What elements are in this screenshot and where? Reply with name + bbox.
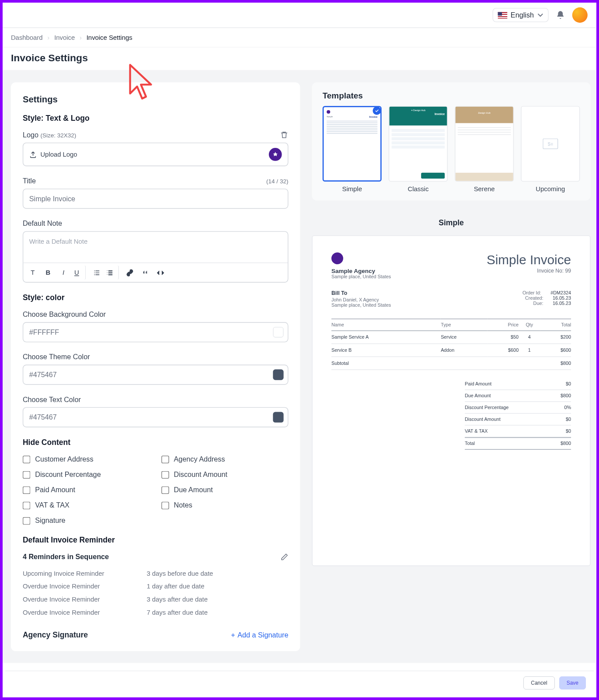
bell-icon[interactable] [556, 10, 565, 20]
logo-label: Logo [23, 131, 38, 139]
bullet-list-button[interactable] [89, 266, 103, 280]
underline-button[interactable]: U [72, 266, 86, 280]
chevron-down-icon [537, 12, 543, 18]
ordered-list-button[interactable] [105, 266, 119, 280]
hide-vat-tax[interactable]: VAT & TAX [23, 501, 150, 509]
chevron-right-icon: › [47, 34, 49, 41]
reminder-heading: Default Invoice Reminder [23, 536, 289, 544]
breadcrumb-current: Invoice Settings [87, 34, 132, 41]
italic-button[interactable]: I [56, 266, 70, 280]
theme-color-swatch[interactable] [273, 369, 283, 380]
hide-customer-address[interactable]: Customer Address [23, 455, 150, 463]
avatar[interactable] [572, 7, 588, 23]
template-upcoming: $≡ Upcoming [521, 106, 580, 192]
templates-heading: Templates [323, 91, 580, 100]
hide-paid-amount[interactable]: Paid Amount [23, 486, 150, 494]
bg-color-swatch[interactable] [273, 327, 283, 337]
add-signature-button[interactable]: + Add a Signature [231, 631, 288, 639]
upload-label: Upload Logo [40, 151, 77, 158]
cursor-annotation-icon [127, 62, 159, 105]
link-button[interactable] [122, 266, 136, 280]
breadcrumb: Dashboard › Invoice › Invoice Settings [3, 28, 596, 48]
plus-icon: + [231, 631, 235, 639]
note-textarea[interactable]: Write a Default Note [23, 232, 288, 262]
reminder-row: Upcoming Invoice Reminder3 days before d… [23, 567, 289, 580]
logo-hint: (Size: 32X32) [40, 132, 76, 139]
bg-color-label: Choose Background Color [23, 310, 106, 318]
language-select[interactable]: English [492, 8, 549, 22]
text-color-input[interactable] [23, 407, 289, 427]
table-row: Sample Service AService$504$200 [331, 331, 571, 344]
template-serene[interactable]: Design Hub Serene [455, 106, 514, 192]
upload-icon [29, 150, 37, 158]
text-color-swatch[interactable] [273, 412, 283, 423]
hide-signature[interactable]: Signature [23, 517, 150, 525]
reminder-row: Overdue Invoice Reminder3 days after due… [23, 593, 289, 606]
note-label: Default Note [23, 219, 62, 228]
invoice-preview: Sample Agency Sample place, United State… [312, 235, 590, 566]
hide-discount-amount[interactable]: Discount Amount [161, 470, 288, 479]
check-icon [373, 107, 381, 115]
save-button[interactable]: Save [559, 676, 586, 690]
theme-color-input[interactable] [23, 365, 289, 385]
reminder-count: 4 Reminders in Sequence [23, 553, 109, 561]
style-color-heading: Style: color [23, 293, 289, 302]
cancel-button[interactable]: Cancel [523, 676, 554, 690]
title-label: Title [23, 177, 36, 185]
bold-button[interactable]: B [41, 266, 55, 280]
breadcrumb-dashboard[interactable]: Dashboard [11, 34, 43, 41]
breadcrumb-invoice[interactable]: Invoice [54, 34, 75, 41]
upload-logo-button[interactable]: Upload Logo [29, 150, 77, 158]
text-color-label: Choose Text Color [23, 396, 81, 404]
title-counter: (14 / 32) [266, 178, 288, 184]
preview-logo-icon [331, 252, 343, 264]
reminder-row: Overdue Invoice Reminder1 day after due … [23, 580, 289, 593]
text-style-button[interactable]: T [26, 266, 40, 280]
hide-due-amount[interactable]: Due Amount [161, 486, 288, 494]
code-button[interactable] [153, 266, 167, 280]
table-row: Service BAddon$6001$600 [331, 344, 571, 357]
reminder-row: Overdue Invoice Reminder7 days after due… [23, 606, 289, 619]
language-label: English [511, 11, 534, 19]
us-flag-icon [498, 12, 507, 18]
template-simple[interactable]: SampleInvoice Simple [323, 106, 382, 192]
hide-content-heading: Hide Content [23, 438, 289, 447]
chevron-right-icon: › [80, 34, 82, 41]
bg-color-input[interactable] [23, 322, 289, 342]
logo-preview [269, 148, 282, 161]
preview-template-name: Simple [312, 218, 590, 227]
hide-discount-percentage[interactable]: Discount Percentage [23, 470, 150, 479]
page-title: Invoice Settings [11, 52, 588, 64]
hide-notes[interactable]: Notes [161, 501, 288, 509]
template-classic[interactable]: ✦ Design HubInvoice Classic [389, 106, 448, 192]
signature-heading: Agency Signature [23, 630, 88, 639]
theme-color-label: Choose Theme Color [23, 353, 90, 361]
style-text-logo-heading: Style: Text & Logo [23, 114, 289, 122]
quote-button[interactable] [138, 266, 152, 280]
placeholder-icon: $≡ [543, 139, 558, 149]
edit-icon[interactable] [281, 553, 289, 561]
hide-agency-address[interactable]: Agency Address [161, 455, 288, 463]
trash-icon[interactable] [280, 131, 289, 139]
title-input[interactable] [23, 189, 289, 209]
